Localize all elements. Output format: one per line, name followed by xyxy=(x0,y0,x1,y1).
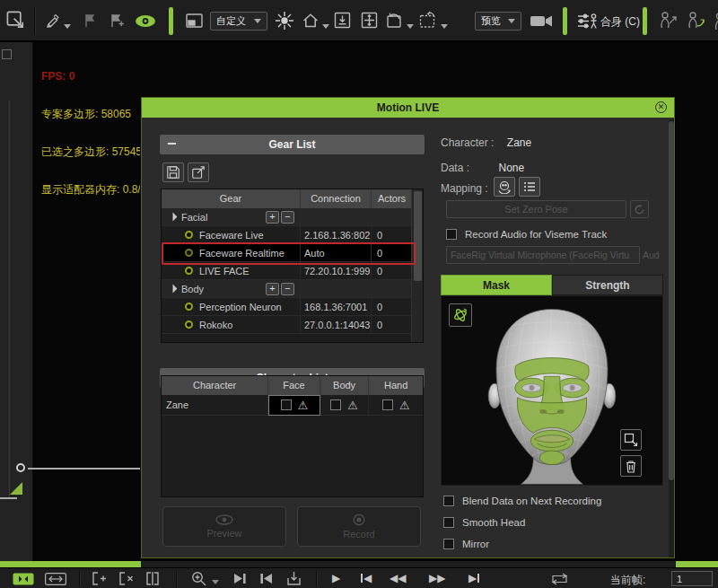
gear-list-header[interactable]: Gear List xyxy=(160,135,425,154)
camera-icon[interactable] xyxy=(530,13,553,29)
next-key-icon[interactable] xyxy=(258,572,275,585)
timeline-range-left[interactable] xyxy=(0,561,141,567)
clip-icon[interactable] xyxy=(13,573,34,585)
hand-checkbox[interactable] xyxy=(382,399,393,410)
person-link-icon[interactable] xyxy=(658,11,679,31)
mapping-list-icon[interactable] xyxy=(519,177,540,197)
app-window: 自定义 xyxy=(0,0,718,588)
body-checkbox[interactable] xyxy=(330,399,341,410)
refresh-icon[interactable] xyxy=(630,200,649,218)
play-icon[interactable]: ▶ xyxy=(332,572,340,584)
record-button[interactable]: Record xyxy=(297,506,421,547)
rotate-3d-icon[interactable] xyxy=(449,303,472,327)
rotate-caret-icon[interactable] xyxy=(407,24,414,29)
dialog-titlebar[interactable]: Motion LIVE ✕ xyxy=(142,98,674,118)
mirror-checkbox[interactable] xyxy=(443,539,454,549)
face-mask-preview[interactable] xyxy=(441,295,663,486)
remove-frame-icon[interactable] xyxy=(117,571,135,586)
rail-square-icon[interactable] xyxy=(2,49,12,59)
save-icon[interactable] xyxy=(162,162,184,182)
dialog-scrollbar[interactable] xyxy=(669,119,674,557)
dock-icon[interactable] xyxy=(5,10,27,31)
collect-clip-icon[interactable] xyxy=(285,571,302,586)
panel-icon[interactable] xyxy=(185,12,204,30)
clipped-edge-icon[interactable] xyxy=(712,11,718,31)
home-icon[interactable] xyxy=(302,12,320,30)
motion-live-dialog: Motion LIVE ✕ Gear List Gear Connection … xyxy=(141,97,675,558)
preview-button[interactable]: Preview xyxy=(162,506,286,547)
record-button-label: Record xyxy=(343,529,374,540)
trash-icon[interactable] xyxy=(620,455,642,477)
customize-dropdown[interactable]: 自定义 xyxy=(210,12,267,31)
blend-data-checkbox[interactable] xyxy=(443,496,454,506)
gear-table-scrollbar[interactable] xyxy=(411,189,423,342)
scrollbar-thumb[interactable] xyxy=(414,191,422,281)
pen-link-caret-icon[interactable] xyxy=(64,24,71,29)
timeline-strip[interactable] xyxy=(0,561,718,567)
remove-gear-button[interactable]: − xyxy=(281,211,294,224)
insert-frame-icon[interactable] xyxy=(90,571,108,586)
mask-region-cheeks[interactable] xyxy=(517,398,586,433)
close-icon[interactable]: ✕ xyxy=(655,101,667,113)
expand-triangle-icon[interactable] xyxy=(169,285,178,294)
go-end-icon[interactable]: ▶ xyxy=(468,572,479,584)
gear-actors: 0 xyxy=(377,266,382,276)
add-gear-button[interactable]: + xyxy=(266,211,279,224)
go-start-icon[interactable]: ◀ xyxy=(361,572,372,584)
bottom-toolbar: ▶ ◀ ◀◀ ▶▶ ▶ 当前帧: xyxy=(0,567,718,588)
zoom-plus-icon[interactable] xyxy=(190,570,207,587)
character-label: Character : xyxy=(441,136,494,149)
export-icon[interactable] xyxy=(188,162,209,182)
current-frame-input[interactable] xyxy=(671,571,713,586)
zoom-caret-icon[interactable] xyxy=(212,580,219,584)
column-header: Hand xyxy=(369,376,423,395)
eye-icon[interactable] xyxy=(135,14,156,28)
gizmo-handle[interactable] xyxy=(16,463,25,472)
gear-group-row[interactable]: Facial + − xyxy=(162,208,423,226)
gear-row[interactable]: Faceware Live 2.168.1.36:802 0 xyxy=(162,226,423,244)
gear-group-row[interactable]: Body + − xyxy=(162,280,423,298)
add-gear-button[interactable]: + xyxy=(266,283,279,295)
tab-strength-label: Strength xyxy=(585,279,629,292)
mapping-face-icon[interactable] xyxy=(494,177,515,197)
remove-gear-button[interactable]: − xyxy=(281,283,294,295)
person-motion-icon[interactable] xyxy=(685,11,706,31)
face-checkbox[interactable] xyxy=(281,399,292,410)
move-icon[interactable] xyxy=(360,11,379,30)
split-frame-icon[interactable] xyxy=(144,571,162,586)
home-caret-icon[interactable] xyxy=(322,24,329,29)
flag-icon[interactable] xyxy=(81,12,99,30)
pen-link-icon[interactable] xyxy=(43,12,61,30)
record-audio-checkbox[interactable] xyxy=(446,229,457,240)
rewind-icon[interactable]: ◀◀ xyxy=(390,572,406,584)
fast-forward-icon[interactable]: ▶▶ xyxy=(429,572,445,584)
flag-add-icon[interactable] xyxy=(108,12,126,30)
pick-region-icon[interactable] xyxy=(620,429,642,451)
rotate-icon[interactable] xyxy=(385,11,405,30)
range-icon[interactable] xyxy=(45,573,66,585)
timeline-range-right[interactable] xyxy=(676,561,718,567)
tab-strength[interactable]: Strength xyxy=(552,275,663,295)
expand-triangle-icon[interactable] xyxy=(169,213,178,222)
transform-caret-icon[interactable] xyxy=(441,24,448,29)
smooth-head-checkbox[interactable] xyxy=(443,517,454,528)
set-zero-pose-button[interactable]: Set Zero Pose xyxy=(446,200,626,218)
microphone-dropdown[interactable]: FaceRig Virtual Microphone (FaceRig Virt… xyxy=(446,246,640,264)
tab-mask[interactable]: Mask xyxy=(441,275,552,295)
loop-icon[interactable] xyxy=(549,573,570,585)
gear-row[interactable]: Perception Neuron 168.1.36:7001 0 xyxy=(162,298,423,316)
preview-eye-icon xyxy=(215,514,233,525)
prev-key-icon[interactable] xyxy=(232,572,248,585)
transform-icon[interactable] xyxy=(417,11,438,30)
mask-region-chin[interactable] xyxy=(539,451,565,465)
render-mode-dropdown[interactable]: 预览 xyxy=(475,12,521,31)
collapse-icon[interactable] xyxy=(168,143,176,145)
fit-icon[interactable] xyxy=(577,13,598,30)
gear-row[interactable]: Rokoko 27.0.0.1:14043 0 xyxy=(162,316,423,334)
import-box-icon[interactable] xyxy=(333,11,352,30)
gear-row[interactable]: LIVE FACE 72.20.10.1:999 0 xyxy=(162,262,423,280)
sun-icon[interactable] xyxy=(275,11,294,31)
character-row[interactable]: Zane ⚠ ⚠ ⚠ xyxy=(162,395,423,416)
scrollbar-thumb[interactable] xyxy=(669,121,674,480)
gear-row-selected[interactable]: Faceware Realtime Auto 0 xyxy=(162,244,423,262)
